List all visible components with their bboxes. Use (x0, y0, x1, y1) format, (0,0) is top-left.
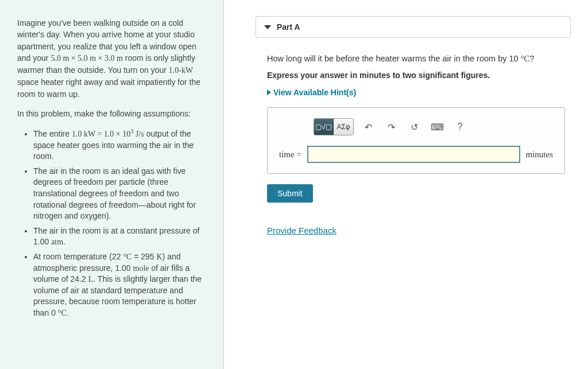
assumptions-list: The entire 1.0 kW = 1.0 × 103 J/s output… (17, 127, 209, 318)
part-body: How long will it be before the heater wa… (256, 38, 571, 241)
answer-box: ▢√▢ ΑΣφ ↶ ↷ ↺ ⌨ ? time = minutes (267, 107, 565, 174)
answer-instruction: Express your answer in minutes to two si… (267, 71, 565, 80)
assumption-4: At room temperature (22 °C = 295 K) and … (33, 251, 209, 319)
answer-label: time = (279, 150, 301, 160)
help-button[interactable]: ? (451, 119, 469, 135)
greek-button[interactable]: ΑΣφ (334, 119, 353, 135)
part-header[interactable]: Part A (256, 17, 570, 37)
assumptions-lead: In this problem, make the following assu… (17, 108, 209, 119)
undo-button[interactable]: ↶ (359, 119, 377, 135)
submit-button[interactable]: Submit (267, 184, 313, 203)
templates-button[interactable]: ▢√▢ (314, 119, 334, 135)
help-icon: ? (458, 122, 463, 132)
redo-icon: ↷ (388, 122, 395, 133)
keyboard-icon: ⌨ (431, 122, 444, 133)
keyboard-button[interactable]: ⌨ (428, 119, 446, 135)
provide-feedback-link[interactable]: Provide Feedback (267, 226, 336, 235)
answer-panel: Part A How long will it be before the he… (224, 0, 588, 369)
caret-down-icon (264, 25, 271, 29)
problem-statement-panel: Imagine you've been walking outside on a… (0, 0, 224, 369)
assumption-3: The air in the room is at a constant pre… (33, 226, 209, 248)
reset-icon: ↺ (411, 122, 418, 133)
question-text: How long will it be before the heater wa… (267, 54, 565, 64)
problem-text: Imagine you've been walking outside on a… (17, 17, 209, 319)
reset-button[interactable]: ↺ (405, 119, 423, 135)
part-label: Part A (277, 22, 300, 32)
answer-input-row: time = minutes (279, 146, 553, 163)
undo-icon: ↶ (365, 122, 372, 133)
equation-toolbar: ▢√▢ ΑΣφ ↶ ↷ ↺ ⌨ ? (314, 118, 553, 135)
equation-tool-group: ▢√▢ ΑΣφ (314, 118, 354, 135)
part-accordion: Part A (256, 16, 571, 38)
answer-input[interactable] (307, 146, 520, 163)
assumption-1: The entire 1.0 kW = 1.0 × 103 J/s output… (33, 127, 209, 162)
answer-unit: minutes (526, 150, 554, 160)
heater-power: 1.0-kW (169, 66, 193, 75)
assumption-2: The air in the room is an ideal gas with… (33, 166, 209, 222)
intro-text-3: space heater right away and wait impatie… (17, 77, 200, 98)
view-hints-link[interactable]: View Available Hint(s) (267, 88, 565, 97)
caret-right-icon (267, 90, 271, 95)
redo-button[interactable]: ↷ (382, 119, 400, 135)
room-dimensions: 5.0 m × 5.0 m × 3.0 m (51, 54, 122, 63)
hints-label: View Available Hint(s) (273, 88, 356, 97)
